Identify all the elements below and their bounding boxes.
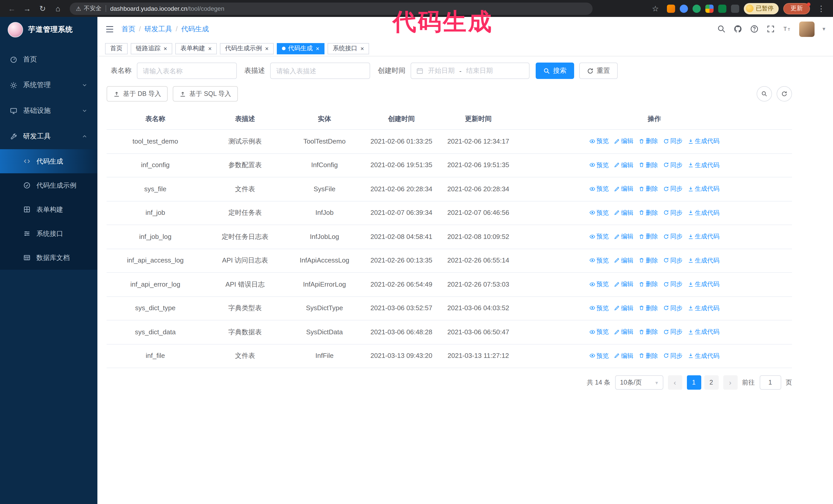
sync-link[interactable]: 同步 <box>663 279 683 289</box>
extension-icon[interactable] <box>667 4 675 13</box>
sync-link[interactable]: 同步 <box>663 184 683 194</box>
delete-link[interactable]: 删除 <box>639 327 658 337</box>
tab-close-icon[interactable]: × <box>208 45 212 51</box>
tab-close-icon[interactable]: × <box>360 45 364 51</box>
sync-link[interactable]: 同步 <box>663 231 683 241</box>
page-size-select[interactable]: 10条/页 ▾ <box>615 375 663 390</box>
profile-paused-badge[interactable]: 已暂停 <box>743 3 779 14</box>
preview-link[interactable]: 预览 <box>589 279 609 289</box>
breadcrumb-codegen[interactable]: 代码生成 <box>181 24 209 33</box>
edit-link[interactable]: 编辑 <box>614 279 633 289</box>
edit-link[interactable]: 编辑 <box>614 208 633 218</box>
kebab-menu-icon[interactable]: ⋮ <box>814 2 828 15</box>
edit-link[interactable]: 编辑 <box>614 184 633 194</box>
preview-link[interactable]: 预览 <box>589 184 609 194</box>
generate-code-link[interactable]: 生成代码 <box>688 327 719 337</box>
puzzle-extensions-icon[interactable] <box>731 4 739 13</box>
generate-code-link[interactable]: 生成代码 <box>688 351 719 361</box>
tab-代码生成示例[interactable]: 代码生成示例× <box>220 43 274 54</box>
preview-link[interactable]: 预览 <box>589 208 609 218</box>
page-button-2[interactable]: 2 <box>704 375 718 390</box>
font-size-icon[interactable]: TT <box>783 25 792 33</box>
table-name-input[interactable] <box>137 63 237 79</box>
next-page-button[interactable]: › <box>723 375 737 390</box>
sync-link[interactable]: 同步 <box>663 208 683 218</box>
generate-code-link[interactable]: 生成代码 <box>688 279 719 289</box>
browser-update-button[interactable]: 更新 <box>783 3 810 14</box>
bookmark-star-icon[interactable]: ☆ <box>649 2 662 15</box>
back-icon[interactable]: ← <box>5 2 19 15</box>
breadcrumb-dev-tools[interactable]: 研发工具 <box>145 24 172 33</box>
tab-close-icon[interactable]: × <box>316 45 319 51</box>
sync-link[interactable]: 同步 <box>663 351 683 361</box>
sync-link[interactable]: 同步 <box>663 255 683 265</box>
generate-code-link[interactable]: 生成代码 <box>688 136 719 146</box>
extension-icon[interactable] <box>680 4 688 13</box>
tab-代码生成[interactable]: 代码生成× <box>277 43 325 54</box>
home-icon[interactable]: ⌂ <box>51 2 65 15</box>
help-icon[interactable] <box>750 25 759 33</box>
sidebar-item-system-api[interactable]: 系统接口 <box>0 221 97 246</box>
edit-link[interactable]: 编辑 <box>614 160 633 170</box>
sync-link[interactable]: 同步 <box>663 327 683 337</box>
generate-code-link[interactable]: 生成代码 <box>688 231 719 241</box>
page-button-1[interactable]: 1 <box>687 375 701 390</box>
table-desc-input[interactable] <box>270 63 370 79</box>
preview-link[interactable]: 预览 <box>589 136 609 146</box>
sidebar-item-dev-tools[interactable]: 研发工具 <box>0 124 97 149</box>
reset-button[interactable]: 重置 <box>579 63 618 79</box>
delete-link[interactable]: 删除 <box>639 136 658 146</box>
delete-link[interactable]: 删除 <box>639 184 658 194</box>
search-icon[interactable] <box>717 25 726 33</box>
edit-link[interactable]: 编辑 <box>614 303 633 313</box>
preview-link[interactable]: 预览 <box>589 303 609 313</box>
menu-fold-icon[interactable] <box>105 24 114 33</box>
prev-page-button[interactable]: ‹ <box>668 375 682 390</box>
tab-链路追踪[interactable]: 链路追踪× <box>131 43 172 54</box>
preview-link[interactable]: 预览 <box>589 351 609 361</box>
goto-page-input[interactable] <box>759 375 781 390</box>
delete-link[interactable]: 删除 <box>639 255 658 265</box>
avatar-caret-icon[interactable]: ▾ <box>823 26 825 32</box>
edit-link[interactable]: 编辑 <box>614 351 633 361</box>
preview-link[interactable]: 预览 <box>589 327 609 337</box>
extension-icon[interactable] <box>718 4 726 13</box>
generate-code-link[interactable]: 生成代码 <box>688 160 719 170</box>
reload-icon[interactable]: ↻ <box>36 2 49 15</box>
tab-系统接口[interactable]: 系统接口× <box>328 43 369 54</box>
edit-link[interactable]: 编辑 <box>614 231 633 241</box>
date-range-picker[interactable]: 开始日期 - 结束日期 <box>411 63 529 79</box>
user-avatar[interactable] <box>800 21 815 37</box>
preview-link[interactable]: 预览 <box>589 160 609 170</box>
sync-link[interactable]: 同步 <box>663 160 683 170</box>
sync-link[interactable]: 同步 <box>663 136 683 146</box>
preview-link[interactable]: 预览 <box>589 231 609 241</box>
forward-icon[interactable]: → <box>21 2 34 15</box>
sidebar-item-system[interactable]: 系统管理 <box>0 72 97 98</box>
tab-首页[interactable]: 首页 <box>105 43 128 54</box>
toggle-search-button[interactable] <box>757 86 772 101</box>
edit-link[interactable]: 编辑 <box>614 136 633 146</box>
edit-link[interactable]: 编辑 <box>614 255 633 265</box>
sidebar-item-db-doc[interactable]: 数据库文档 <box>0 246 97 270</box>
sidebar-item-codegen-example[interactable]: 代码生成示例 <box>0 173 97 197</box>
delete-link[interactable]: 删除 <box>639 351 658 361</box>
generate-code-link[interactable]: 生成代码 <box>688 184 719 194</box>
generate-code-link[interactable]: 生成代码 <box>688 208 719 218</box>
extension-icon[interactable] <box>705 4 713 13</box>
breadcrumb-home[interactable]: 首页 <box>121 24 135 33</box>
preview-link[interactable]: 预览 <box>589 255 609 265</box>
sync-link[interactable]: 同步 <box>663 303 683 313</box>
tab-close-icon[interactable]: × <box>265 45 269 51</box>
delete-link[interactable]: 删除 <box>639 160 658 170</box>
fullscreen-icon[interactable] <box>767 25 775 33</box>
tab-表单构建[interactable]: 表单构建× <box>175 43 217 54</box>
generate-code-link[interactable]: 生成代码 <box>688 255 719 265</box>
sidebar-item-form-builder[interactable]: 表单构建 <box>0 197 97 221</box>
delete-link[interactable]: 删除 <box>639 208 658 218</box>
not-secure-warning[interactable]: ⚠ 不安全 <box>76 5 101 12</box>
generate-code-link[interactable]: 生成代码 <box>688 303 719 313</box>
delete-link[interactable]: 删除 <box>639 279 658 289</box>
tab-close-icon[interactable]: × <box>164 45 167 51</box>
refresh-table-button[interactable] <box>777 86 792 101</box>
